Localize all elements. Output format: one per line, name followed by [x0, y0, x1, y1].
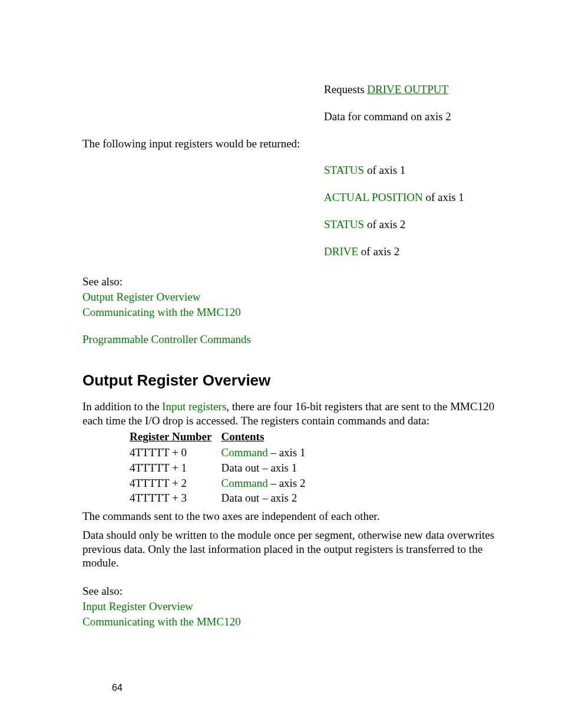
table-header-row: Register Number Contents: [130, 430, 315, 445]
see-also-block-1: See also: Output Register Overview Commu…: [82, 275, 503, 346]
top-right-line1: Requests DRIVE OUTPUT: [324, 83, 503, 97]
term-rest: of axis 1: [364, 164, 405, 176]
th-register-number: Register Number: [130, 430, 221, 445]
cell-content: Command – axis 1: [221, 445, 315, 460]
term-rest: of axis 1: [423, 191, 464, 203]
cell-reg: 4TTTTT + 3: [130, 490, 221, 506]
see-also-block-2: See also: Input Register Overview Commun…: [82, 584, 503, 628]
section-heading: Output Register Overview: [82, 371, 503, 390]
command-link[interactable]: Command: [221, 446, 267, 459]
p1-pre: In addition to the: [82, 400, 162, 413]
table-row: 4TTTTT + 3 Data out – axis 2: [130, 490, 315, 506]
body-paragraph-2: The commands sent to the two axes are in…: [82, 509, 503, 523]
term-link[interactable]: ACTUAL POSITION: [324, 191, 423, 203]
page-content: Requests DRIVE OUTPUT Data for command o…: [0, 0, 562, 628]
cell-rest: – axis 1: [268, 446, 306, 459]
cell-rest: Data out – axis 1: [221, 462, 297, 474]
returned-item-2: STATUS of axis 2: [324, 218, 503, 232]
term-link[interactable]: STATUS: [324, 164, 364, 176]
term-rest: of axis 2: [364, 218, 405, 230]
page-number: 64: [112, 682, 123, 694]
th-contents: Contents: [221, 430, 315, 445]
cell-reg: 4TTTTT + 2: [130, 476, 221, 491]
command-link[interactable]: Command: [221, 477, 267, 489]
term-link[interactable]: DRIVE: [324, 245, 358, 258]
term-rest: of axis 2: [358, 245, 399, 258]
table-row: 4TTTTT + 1 Data out – axis 1: [130, 460, 315, 476]
cell-rest: Data out – axis 2: [221, 492, 297, 504]
intro-line: The following input registers would be r…: [82, 137, 503, 151]
cell-content: Data out – axis 1: [221, 460, 315, 476]
see-also-extra-link[interactable]: Programmable Controller Commands: [82, 333, 251, 345]
top-right-line2: Data for command on axis 2: [324, 110, 503, 124]
cell-content: Command – axis 2: [221, 476, 315, 491]
drive-output-link[interactable]: DRIVE OUTPUT: [367, 83, 448, 95]
requests-label: Requests: [324, 83, 367, 95]
cell-reg: 4TTTTT + 0: [130, 445, 221, 460]
see-also-link[interactable]: Communicating with the MMC120: [82, 615, 241, 628]
cell-reg: 4TTTTT + 1: [130, 460, 221, 476]
cell-content: Data out – axis 2: [221, 490, 315, 506]
cell-rest: – axis 2: [268, 477, 306, 489]
register-table: Register Number Contents 4TTTTT + 0 Comm…: [130, 430, 315, 506]
body-paragraph-3: Data should only be written to the modul…: [82, 528, 503, 570]
returned-item-1: ACTUAL POSITION of axis 1: [324, 190, 503, 205]
see-also-label: See also:: [82, 584, 503, 598]
see-also-label: See also:: [82, 275, 503, 289]
see-also-link[interactable]: Communicating with the MMC120: [82, 306, 241, 318]
table-row: 4TTTTT + 0 Command – axis 1: [130, 445, 315, 460]
returned-item-3: DRIVE of axis 2: [324, 245, 503, 259]
see-also-link[interactable]: Output Register Overview: [82, 291, 201, 303]
see-also-link[interactable]: Input Register Overview: [82, 600, 193, 612]
returned-item-0: STATUS of axis 1: [324, 163, 503, 177]
term-link[interactable]: STATUS: [324, 218, 364, 230]
table-row: 4TTTTT + 2 Command – axis 2: [130, 476, 315, 491]
body-paragraph-1: In addition to the Input registers, ther…: [82, 400, 503, 428]
input-registers-link[interactable]: Input registers: [162, 400, 226, 413]
